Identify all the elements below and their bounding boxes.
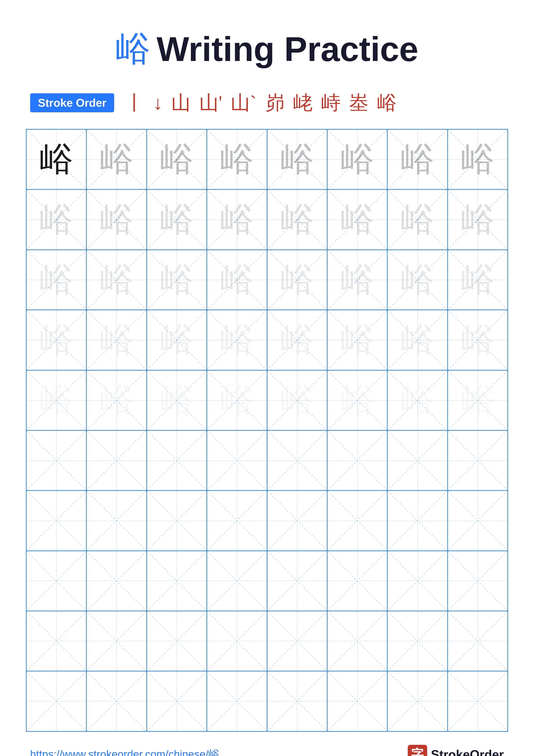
grid-cell[interactable]: 峪 [87, 310, 146, 370]
practice-char: 峪 [220, 384, 254, 417]
grid-cell[interactable] [26, 491, 87, 551]
grid-cell[interactable] [387, 430, 447, 491]
grid-cell[interactable]: 峪 [267, 250, 327, 310]
grid-cell[interactable] [267, 430, 327, 491]
svg-line-134 [207, 611, 267, 671]
svg-line-102 [207, 491, 267, 550]
grid-cell[interactable]: 峪 [387, 310, 447, 370]
grid-cell[interactable]: 峪 [26, 250, 87, 310]
grid-cell[interactable] [87, 611, 146, 671]
grid-cell[interactable] [26, 551, 87, 611]
grid-cell[interactable] [387, 491, 447, 551]
grid-cell[interactable]: 峪 [207, 310, 267, 370]
svg-line-98 [87, 491, 146, 550]
svg-line-146 [87, 671, 146, 731]
grid-cell[interactable]: 峪 [387, 189, 447, 250]
svg-line-100 [147, 491, 206, 550]
grid-cell[interactable] [327, 551, 387, 611]
grid-cell[interactable]: 峪 [87, 189, 146, 250]
grid-cell[interactable] [147, 491, 207, 551]
svg-line-133 [147, 611, 206, 671]
grid-cell[interactable]: 峪 [387, 129, 447, 189]
grid-cell[interactable] [87, 551, 146, 611]
grid-cell[interactable] [267, 551, 327, 611]
grid-cell[interactable]: 峪 [147, 250, 207, 310]
grid-cell[interactable] [267, 491, 327, 551]
svg-line-92 [388, 431, 447, 490]
grid-cell[interactable] [447, 551, 508, 611]
grid-cell[interactable] [447, 491, 508, 551]
grid-cell[interactable]: 峪 [207, 250, 267, 310]
grid-cell[interactable]: 峪 [447, 370, 508, 430]
grid-cell[interactable] [447, 611, 508, 671]
grid-cell[interactable] [387, 551, 447, 611]
grid-cell[interactable] [147, 611, 207, 671]
grid-cell[interactable]: 峪 [87, 129, 146, 189]
grid-cell[interactable]: 峪 [26, 370, 87, 430]
grid-cell[interactable]: 峪 [147, 310, 207, 370]
grid-cell[interactable] [26, 430, 87, 491]
grid-cell[interactable]: 峪 [327, 129, 387, 189]
stroke-5: 山` [231, 90, 257, 116]
grid-cell[interactable]: 峪 [327, 310, 387, 370]
grid-cell[interactable] [207, 491, 267, 551]
grid-cell[interactable] [387, 671, 447, 731]
footer-url[interactable]: https://www.strokeorder.com/chinese/峪 [30, 747, 219, 756]
grid-cell[interactable]: 峪 [26, 189, 87, 250]
grid-cell[interactable]: 峪 [207, 370, 267, 430]
grid-cell[interactable] [207, 551, 267, 611]
grid-cell[interactable]: 峪 [267, 310, 327, 370]
practice-char: 峪 [461, 323, 495, 357]
grid-cell[interactable] [327, 611, 387, 671]
grid-cell[interactable]: 峪 [207, 129, 267, 189]
svg-line-141 [388, 611, 447, 671]
grid-cell[interactable]: 峪 [387, 250, 447, 310]
grid-cell[interactable]: 峪 [267, 129, 327, 189]
grid-cell[interactable]: 峪 [327, 370, 387, 430]
grid-cell[interactable]: 峪 [267, 370, 327, 430]
grid-cell[interactable] [267, 611, 327, 671]
grid-cell[interactable]: 峪 [147, 370, 207, 430]
grid-cell[interactable]: 峪 [447, 129, 508, 189]
practice-char: 峪 [401, 203, 434, 236]
svg-line-144 [27, 671, 86, 731]
grid-cell[interactable]: 峪 [26, 310, 87, 370]
stroke-4: 山' [199, 90, 222, 116]
grid-cell[interactable] [147, 430, 207, 491]
grid-cell[interactable]: 峪 [447, 250, 508, 310]
grid-cell[interactable] [207, 430, 267, 491]
grid-cell[interactable]: 峪 [387, 370, 447, 430]
grid-cell[interactable] [207, 671, 267, 731]
grid-cell[interactable]: 峪 [327, 250, 387, 310]
grid-cell[interactable] [87, 491, 146, 551]
grid-cell[interactable]: 峪 [267, 189, 327, 250]
practice-char: 峪 [280, 384, 314, 417]
grid-cell[interactable]: 峪 [87, 250, 146, 310]
grid-cell[interactable]: 峪 [26, 129, 87, 189]
grid-cell[interactable]: 峪 [147, 129, 207, 189]
grid-cell[interactable] [447, 671, 508, 731]
practice-grid: 峪峪峪峪峪峪峪峪峪峪峪峪峪峪峪峪峪峪峪峪峪峪峪峪峪峪峪峪峪峪峪峪峪峪峪峪峪峪峪峪 [26, 129, 508, 732]
grid-cell[interactable]: 峪 [447, 310, 508, 370]
grid-cell[interactable]: 峪 [87, 370, 146, 430]
grid-cell[interactable] [327, 491, 387, 551]
grid-cell[interactable] [87, 430, 146, 491]
grid-cell[interactable] [327, 430, 387, 491]
svg-line-97 [27, 491, 86, 550]
grid-cell[interactable]: 峪 [147, 189, 207, 250]
grid-cell[interactable]: 峪 [327, 189, 387, 250]
grid-cell[interactable] [447, 430, 508, 491]
grid-cell[interactable] [327, 671, 387, 731]
grid-cell[interactable]: 峪 [207, 189, 267, 250]
grid-cell[interactable] [147, 671, 207, 731]
grid-cell[interactable]: 峪 [447, 189, 508, 250]
grid-cell[interactable] [267, 671, 327, 731]
grid-cell[interactable] [207, 611, 267, 671]
svg-line-104 [267, 491, 327, 550]
grid-cell[interactable] [387, 611, 447, 671]
grid-cell[interactable] [87, 671, 146, 731]
grid-cell[interactable] [147, 551, 207, 611]
grid-cell[interactable] [26, 671, 87, 731]
svg-line-116 [147, 551, 206, 610]
grid-cell[interactable] [26, 611, 87, 671]
